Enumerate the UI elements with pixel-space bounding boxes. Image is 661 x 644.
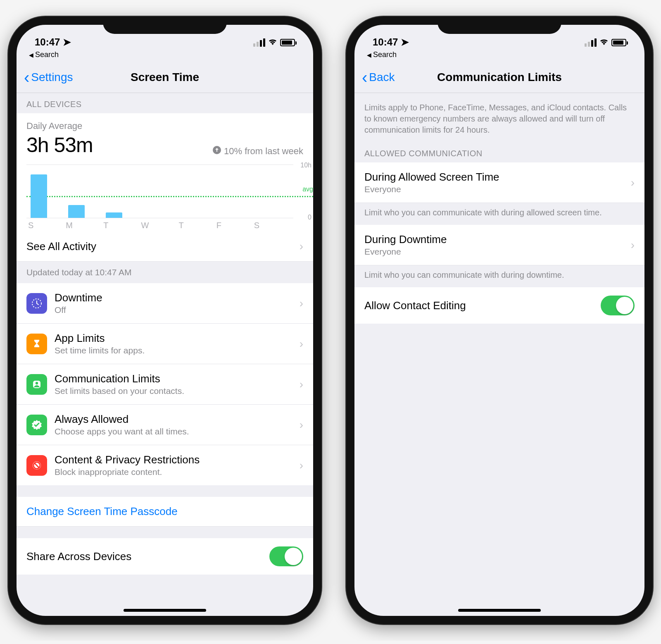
phone-frame-right: 10:47 ➤ ◀Search ‹ Back Communication Lim… xyxy=(346,17,653,624)
updated-label: Updated today at 10:47 AM xyxy=(17,262,313,283)
notch xyxy=(103,17,227,34)
page-title: Screen Time xyxy=(131,71,199,84)
chart-bar xyxy=(106,212,122,218)
person-icon xyxy=(26,374,47,395)
arrow-up-icon xyxy=(212,145,221,157)
chevron-right-icon: › xyxy=(300,337,303,351)
wifi-icon xyxy=(268,37,278,48)
intro-text: Limits apply to Phone, FaceTime, Message… xyxy=(354,93,644,142)
app-limits-row[interactable]: App Limits Set time limits for apps. › xyxy=(17,324,313,364)
nav-back-button[interactable]: ‹ Settings xyxy=(24,71,73,84)
cellular-icon xyxy=(585,38,597,47)
chevron-right-icon: › xyxy=(300,240,303,253)
nav-back-button[interactable]: ‹ Back xyxy=(362,71,395,84)
phone-frame-left: 10:47 ➤ ◀Search ‹ Settings Screen Time A… xyxy=(8,17,321,624)
svg-point-3 xyxy=(36,382,38,384)
allowed-footer: Limit who you can communicate with durin… xyxy=(354,203,644,225)
daily-average-label: Daily Average xyxy=(26,121,303,131)
chevron-left-icon: ‹ xyxy=(362,73,367,81)
chart-bar xyxy=(68,205,85,218)
section-header-allowed: ALLOWED COMMUNICATION xyxy=(354,142,644,162)
home-indicator[interactable] xyxy=(124,609,206,612)
share-toggle[interactable] xyxy=(269,546,303,566)
daily-average-card: Daily Average 3h 53m 10% from last week xyxy=(17,113,313,157)
nav-bar: ‹ Settings Screen Time xyxy=(17,62,313,93)
location-icon: ➤ xyxy=(63,36,71,48)
cellular-icon xyxy=(253,38,265,47)
notch xyxy=(437,17,561,34)
always-allowed-row[interactable]: Always Allowed Choose apps you want at a… xyxy=(17,405,313,445)
during-downtime-row[interactable]: During Downtime Everyone › xyxy=(354,225,644,265)
change-passcode-row[interactable]: Change Screen Time Passcode xyxy=(17,497,313,527)
contact-editing-toggle[interactable] xyxy=(601,296,635,315)
breadcrumb[interactable]: ◀Search xyxy=(354,50,644,62)
chart-x-labels: SMTWTFS xyxy=(26,218,293,230)
back-triangle-icon: ◀ xyxy=(29,52,33,58)
chevron-right-icon: › xyxy=(300,418,303,432)
share-across-devices-row: Share Across Devices xyxy=(17,538,313,575)
downtime-footer: Limit who you can communicate with durin… xyxy=(354,265,644,287)
chevron-right-icon: › xyxy=(631,239,635,252)
nav-bar: ‹ Back Communication Limits xyxy=(354,62,644,93)
breadcrumb[interactable]: ◀Search xyxy=(17,50,313,62)
battery-icon xyxy=(611,39,626,46)
hourglass-icon xyxy=(26,334,47,354)
see-all-activity-row[interactable]: See All Activity › xyxy=(17,231,313,262)
chevron-left-icon: ‹ xyxy=(24,73,29,81)
chevron-right-icon: › xyxy=(631,176,635,189)
wifi-icon xyxy=(599,37,609,48)
downtime-icon xyxy=(26,293,47,314)
back-triangle-icon: ◀ xyxy=(367,52,371,58)
chevron-right-icon: › xyxy=(300,297,303,310)
page-title: Communication Limits xyxy=(437,71,562,84)
status-time: 10:47 ➤ xyxy=(373,36,409,48)
chevron-right-icon: › xyxy=(300,378,303,391)
content-restrictions-row[interactable]: Content & Privacy Restrictions Block ina… xyxy=(17,445,313,485)
usage-chart: 10h 0 avg SMTWTFS xyxy=(17,157,313,231)
chart-avg-label: avg xyxy=(302,186,313,193)
chevron-right-icon: › xyxy=(300,459,303,472)
chart-bar xyxy=(31,174,47,218)
during-allowed-row[interactable]: During Allowed Screen Time Everyone › xyxy=(354,162,644,203)
location-icon: ➤ xyxy=(401,36,409,48)
home-indicator[interactable] xyxy=(458,609,541,612)
no-entry-icon xyxy=(26,455,47,476)
chart-avg-line xyxy=(26,196,313,197)
status-time: 10:47 ➤ xyxy=(35,36,71,48)
communication-limits-row[interactable]: Communication Limits Set limits based on… xyxy=(17,364,313,405)
daily-average-value: 3h 53m xyxy=(26,133,93,157)
downtime-row[interactable]: Downtime Off › xyxy=(17,283,313,324)
section-header-all-devices: ALL DEVICES xyxy=(17,93,313,113)
daily-delta: 10% from last week xyxy=(212,145,303,157)
battery-icon xyxy=(280,39,295,46)
allow-contact-editing-row: Allow Contact Editing xyxy=(354,287,644,324)
checkmark-badge-icon xyxy=(26,415,47,435)
